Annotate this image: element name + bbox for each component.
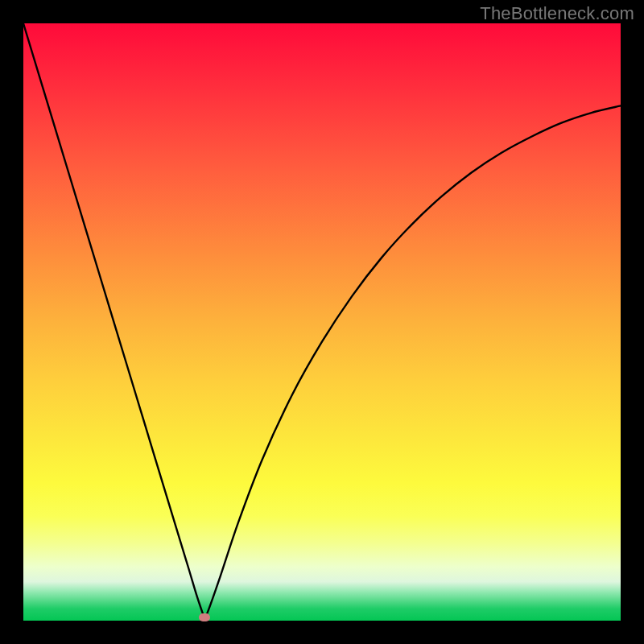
watermark-text: TheBottleneck.com [480,3,634,24]
plot-area [23,23,621,621]
bottleneck-curve [23,23,621,621]
chart-frame: TheBottleneck.com [0,0,644,644]
optimum-marker [199,613,210,621]
